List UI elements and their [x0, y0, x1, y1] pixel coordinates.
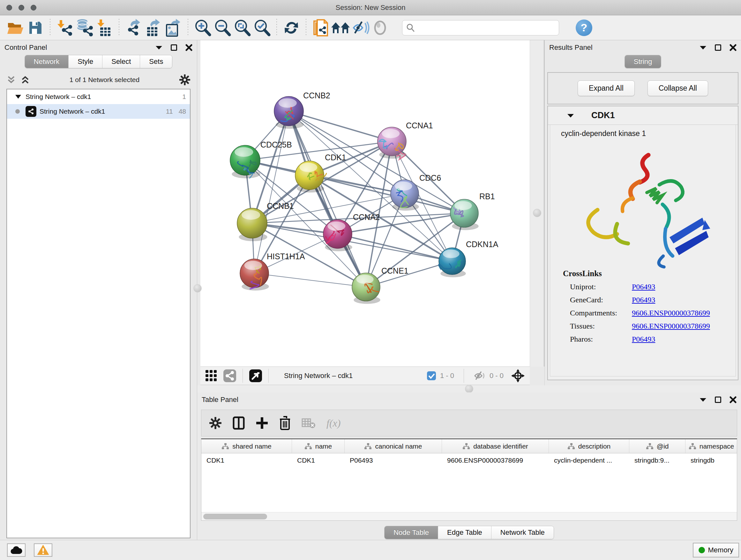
- hide-display-button[interactable]: [350, 18, 370, 38]
- network-row[interactable]: String Network – cdk1 11 48: [7, 104, 190, 119]
- column-header-name[interactable]: name: [292, 439, 345, 453]
- tab-edge-table[interactable]: Edge Table: [438, 526, 491, 539]
- export-image-button[interactable]: [163, 18, 183, 38]
- fit-selected-crosshair-icon[interactable]: [511, 368, 525, 383]
- refresh-button[interactable]: [281, 18, 301, 38]
- scrollbar-thumb[interactable]: [203, 514, 267, 519]
- crosslink-link[interactable]: 9606.ENSP00000378699: [632, 322, 710, 330]
- zoom-selected-button[interactable]: [252, 18, 272, 38]
- panel-menu-icon[interactable]: [699, 397, 706, 402]
- tab-node-table[interactable]: Node Table: [385, 526, 438, 539]
- gene-section-header[interactable]: CDK1: [548, 106, 738, 125]
- left-splitter-handle[interactable]: [193, 284, 202, 293]
- network-collection-row[interactable]: String Network – cdk1 1: [7, 89, 190, 104]
- panel-close-icon[interactable]: [185, 44, 192, 51]
- network-from-file-button[interactable]: [311, 18, 331, 38]
- edge-HIST1H1A-CCNE1[interactable]: [254, 273, 366, 287]
- delete-column-trash-icon[interactable]: [279, 416, 291, 430]
- tab-style[interactable]: Style: [68, 55, 102, 68]
- add-column-icon[interactable]: [256, 417, 268, 429]
- cloud-icon: [10, 546, 22, 554]
- node-CCNE1[interactable]: CCNE1: [352, 266, 408, 304]
- tab-string[interactable]: String: [625, 55, 661, 68]
- node-HIST1H1A[interactable]: HIST1H1A: [240, 252, 305, 291]
- horizontal-splitter[interactable]: [197, 385, 741, 392]
- network-view-mode-icon[interactable]: [223, 369, 237, 383]
- crosslink-label: Tissues:: [563, 322, 632, 330]
- table-horizontal-scrollbar[interactable]: [201, 512, 737, 520]
- column-header-namespace[interactable]: namespace: [685, 439, 737, 453]
- crosslink-link[interactable]: P06493: [632, 335, 655, 344]
- tab-select[interactable]: Select: [102, 55, 140, 68]
- network-view-canvas[interactable]: CCNB2CCNA1CDC25BCDK1CDC6RB1CCNB1CCNA2CDK…: [200, 40, 530, 367]
- network-graph[interactable]: CCNB2CCNA1CDC25BCDK1CDC6RB1CCNB1CCNA2CDK…: [200, 40, 530, 367]
- expand-all-tree-icon[interactable]: [6, 75, 16, 84]
- column-header-shared-name[interactable]: shared name: [201, 439, 292, 453]
- edge-CCNA2-CDKN1A[interactable]: [338, 234, 452, 261]
- vertical-splitter[interactable]: [530, 40, 544, 367]
- import-network-database-button[interactable]: [75, 18, 94, 38]
- grid-view-icon[interactable]: [205, 369, 218, 382]
- tab-network[interactable]: Network: [25, 55, 69, 68]
- export-network-button[interactable]: [124, 18, 144, 38]
- help-button[interactable]: ?: [576, 19, 592, 36]
- zoom-in-button[interactable]: [193, 18, 212, 38]
- node-CCNA1[interactable]: CCNA1: [378, 121, 433, 159]
- toolbar-separator: [50, 19, 51, 37]
- node-label: CCNA1: [406, 121, 433, 130]
- warnings-button[interactable]: [34, 543, 52, 557]
- column-header-canonical-name[interactable]: canonical name: [345, 439, 442, 453]
- edge-CCNB2-CCNA1[interactable]: [289, 111, 392, 141]
- save-session-button[interactable]: [25, 18, 45, 38]
- column-header-description[interactable]: description: [549, 439, 629, 453]
- memory-button[interactable]: Memory: [693, 543, 739, 557]
- import-table-button[interactable]: [94, 18, 114, 38]
- crosslink-link[interactable]: 9606.ENSP00000378699: [632, 309, 710, 317]
- selected-checkbox-icon[interactable]: [427, 371, 436, 381]
- network-selection-status: 1 of 1 Network selected: [30, 76, 179, 84]
- horizontal-splitter-handle[interactable]: [465, 385, 473, 393]
- gear-icon[interactable]: [179, 74, 191, 85]
- crosslink-link[interactable]: P06493: [632, 283, 655, 291]
- cloud-status-button[interactable]: [7, 543, 25, 557]
- column-header-@id[interactable]: @id: [629, 439, 685, 453]
- crosslink-link[interactable]: P06493: [632, 296, 655, 304]
- zoom-out-button[interactable]: [212, 18, 232, 38]
- node-label: CDC25B: [260, 140, 292, 149]
- node-CDKN1A[interactable]: CDKN1A: [439, 240, 498, 277]
- collapse-all-button[interactable]: Collapse All: [648, 80, 708, 96]
- panel-menu-icon[interactable]: [699, 45, 706, 50]
- tree-expand-icon[interactable]: [15, 95, 21, 99]
- control-panel: Control Panel NetworkStyleSelectSets 1 o…: [0, 40, 197, 540]
- column-header-database-identifier[interactable]: database identifier: [442, 439, 549, 453]
- import-network-file-button[interactable]: [55, 18, 75, 38]
- export-table-button[interactable]: [144, 18, 163, 38]
- panel-float-icon[interactable]: [171, 44, 177, 51]
- show-columns-icon[interactable]: [232, 416, 245, 430]
- expand-all-button[interactable]: Expand All: [578, 80, 635, 96]
- panel-close-icon[interactable]: [730, 396, 737, 403]
- results-panel-title: Results Panel: [549, 44, 593, 52]
- toolbar-separator: [464, 369, 464, 383]
- panel-float-icon[interactable]: [715, 44, 721, 51]
- panel-close-icon[interactable]: [730, 44, 737, 51]
- table-settings-gear-icon[interactable]: [209, 417, 222, 429]
- node-CCNB2[interactable]: CCNB2: [274, 91, 330, 129]
- edge-CCNB2-HIST1H1A[interactable]: [254, 111, 289, 273]
- collapse-all-tree-icon[interactable]: [20, 75, 30, 84]
- home-button[interactable]: [331, 18, 350, 38]
- zoom-fit-button[interactable]: [232, 18, 252, 38]
- search-input[interactable]: [415, 24, 549, 31]
- open-session-button[interactable]: [6, 18, 25, 38]
- table-row[interactable]: CDK1CDK1P064939606.ENSP00000378699cyclin…: [201, 453, 737, 468]
- node-RB1[interactable]: RB1: [450, 192, 495, 230]
- section-collapse-icon[interactable]: [567, 113, 574, 118]
- panel-float-icon[interactable]: [715, 396, 721, 403]
- tab-sets[interactable]: Sets: [140, 55, 172, 68]
- birds-eye-view-icon[interactable]: [249, 369, 263, 383]
- panel-menu-icon[interactable]: [155, 45, 162, 50]
- show-display-button[interactable]: [370, 18, 390, 38]
- tab-network-table[interactable]: Network Table: [491, 526, 554, 539]
- current-network-indicator: [15, 109, 20, 114]
- vertical-splitter-handle[interactable]: [533, 209, 541, 217]
